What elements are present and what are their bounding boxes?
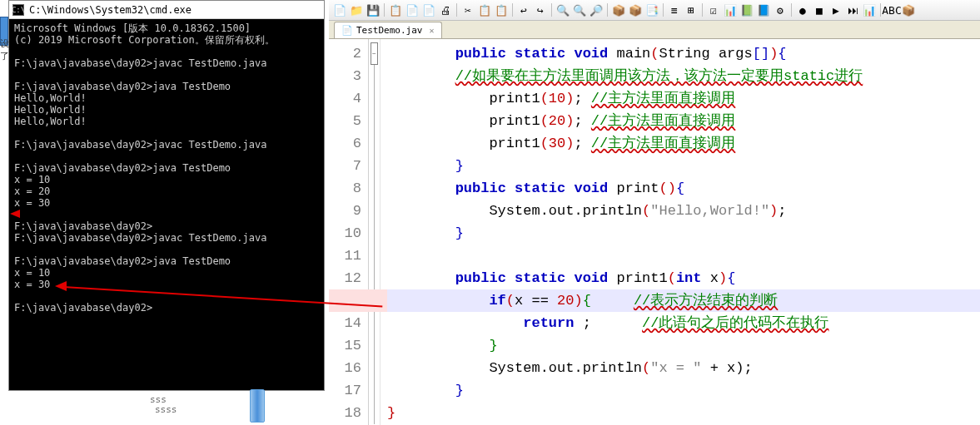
fold-minus-icon[interactable]: − [371,42,378,65]
line-number: 5 [329,110,368,132]
toolbar-icon[interactable]: 📊 [723,2,738,17]
fold-cell [369,110,380,132]
toolbar-separator [607,3,608,17]
toolbar-separator [791,3,792,17]
toolbar-icon[interactable]: 📦 [901,2,916,17]
code-line: print1(30); //主方法里面直接调用 [387,132,980,155]
fold-cell [369,245,380,267]
toolbar-icon[interactable]: ↪ [533,2,548,17]
java-file-icon: 📄 [341,25,353,36]
code-line: } [387,402,980,424]
toolbar-icon[interactable]: 📑 [644,2,659,17]
toolbar-icon[interactable]: 📗 [739,2,754,17]
toolbar-icon[interactable]: 📦 [628,2,643,17]
editor-toolbar: 📄📁💾📋📄📄🖨✂📋📋↩↪🔍🔍🔎📦📦📑≡⊞☑📊📗📘⚙●■▶⏭📊ABC📦 [329,0,980,21]
code-lines[interactable]: public static void main(String args[]){ … [381,39,980,425]
toolbar-separator [663,3,664,17]
toolbar-separator [456,3,457,17]
tab-label: TestDemo.jav [356,25,422,36]
code-line: return ; //此语句之后的代码不在执行 [387,312,980,334]
code-line [387,245,980,267]
toolbar-icon[interactable]: 📋 [388,2,403,17]
toolbar-icon[interactable]: 📦 [611,2,626,17]
cmd-title-text: C:\Windows\System32\cmd.exe [29,4,192,16]
toolbar-icon[interactable]: 🖨 [438,2,453,17]
line-number: 2 [329,42,368,65]
toolbar-icon[interactable]: 📊 [862,2,877,17]
toolbar-separator [702,3,703,17]
fold-cell [369,357,380,379]
line-number: 15 [329,334,368,357]
code-line: public static void print(){ [387,177,980,200]
cmd-titlebar[interactable]: C:\ C:\Windows\System32\cmd.exe [9,1,324,19]
code-area[interactable]: 23456789101112131415161718 −− public sta… [329,39,980,425]
line-number: 6 [329,132,368,155]
toolbar-icon[interactable]: 💾 [366,2,381,17]
code-line: } [387,379,980,402]
toolbar-icon[interactable]: 🔍 [572,2,587,17]
toolbar-icon[interactable]: 🔎 [589,2,604,17]
line-number: 7 [329,155,368,177]
code-line: public static void main(String args[]){ [387,42,980,65]
toolbar-icon[interactable]: 📄 [332,2,347,17]
toolbar-icon[interactable]: 📋 [494,2,509,17]
toolbar-icon[interactable]: ⚙ [773,2,788,17]
fold-cell [369,334,380,357]
line-number: 10 [329,222,368,245]
fold-cell [369,87,380,110]
fold-cell [369,379,380,402]
line-number: 11 [329,245,368,267]
fold-cell [369,312,380,334]
code-line: public static void print1(int x){ [387,267,980,289]
line-number: 9 [329,200,368,222]
toolbar-icon[interactable]: ▶ [828,2,843,17]
tab-testdemo[interactable]: 📄 TestDemo.jav ✕ [334,22,442,38]
toolbar-icon[interactable]: 📘 [756,2,771,17]
fold-cell [369,402,380,424]
line-number: 12 [329,267,368,289]
toolbar-icon[interactable]: ■ [812,2,827,17]
code-line: //如果要在主方法里面调用该方法，该方法一定要用static进行 [387,65,980,87]
line-number: 16 [329,357,368,379]
fold-cell [369,200,380,222]
toolbar-icon[interactable]: 🔍 [555,2,570,17]
fold-cell [369,155,380,177]
toolbar-icon[interactable]: ⏭ [845,2,860,17]
code-line: } [387,155,980,177]
fold-cell [369,132,380,155]
code-line: print1(20); //主方法里面直接调用 [387,110,980,132]
toolbar-icon[interactable]: 📋 [477,2,492,17]
line-number: 14 [329,312,368,334]
line-number: 4 [329,87,368,110]
toolbar-icon[interactable]: 📄 [421,2,436,17]
code-line: print1(10); //主方法里面直接调用 [387,87,980,110]
tab-close-icon[interactable]: ✕ [429,26,434,35]
line-gutter: 23456789101112131415161718 [329,39,369,425]
toolbar-icon[interactable]: ● [795,2,810,17]
fold-cell [369,65,380,87]
tab-bar: 📄 TestDemo.jav ✕ [329,21,980,39]
toolbar-icon[interactable]: 📄 [405,2,420,17]
toolbar-icon[interactable]: ☑ [706,2,721,17]
bottom-blue-bar [250,389,265,423]
code-line-highlighted: if(x == 20){ //表示方法结束的判断 [387,289,980,312]
cmd-output[interactable]: Microsoft Windows [版本 10.0.18362.1500] (… [9,19,324,317]
cmd-icon: C:\ [12,4,24,16]
toolbar-icon[interactable]: ≡ [667,2,682,17]
fold-cell [369,177,380,200]
toolbar-icon[interactable]: ↩ [516,2,531,17]
fold-cell [369,222,380,245]
toolbar-icon[interactable]: 📁 [349,2,364,17]
toolbar-separator [551,3,552,17]
toolbar-icon[interactable]: ✂ [460,2,475,17]
bottom-text: sss ssss [150,395,177,415]
fold-cell: − [369,42,380,65]
editor-pane: 📄📁💾📋📄📄🖨✂📋📋↩↪🔍🔍🔎📦📦📑≡⊞☑📊📗📘⚙●■▶⏭📊ABC📦 📄 Tes… [329,0,980,425]
code-line: System.out.println("x = " + x); [387,357,980,379]
line-number: 3 [329,65,368,87]
toolbar-icon[interactable]: ABC [884,2,899,17]
fold-column: −− [369,39,381,425]
toolbar-separator [384,3,385,17]
cmd-window: C:\ C:\Windows\System32\cmd.exe Microsof… [8,0,325,391]
toolbar-icon[interactable]: ⊞ [684,2,699,17]
